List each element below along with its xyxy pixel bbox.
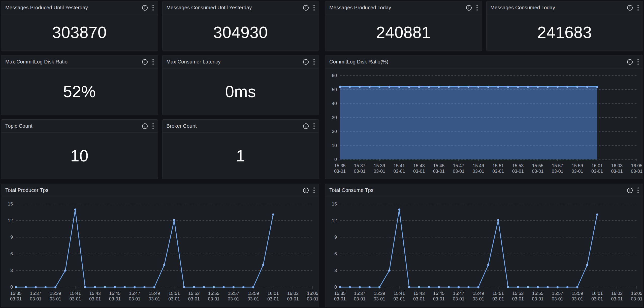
kebab-menu-icon[interactable]: [312, 58, 316, 65]
kebab-menu-icon[interactable]: [636, 187, 640, 194]
panel-title[interactable]: Messages Consumed Until Yesterday: [167, 5, 252, 11]
svg-text:03-01: 03-01: [109, 296, 121, 301]
kebab-menu-icon[interactable]: [312, 187, 316, 194]
panel-title[interactable]: Messages Consumed Today: [491, 5, 555, 11]
panel-header: Total Consume Tps: [325, 184, 643, 197]
info-icon[interactable]: [303, 187, 309, 194]
kebab-menu-icon[interactable]: [312, 4, 316, 11]
panel-max-consumer-latency: Max Consumer Latency 0ms: [162, 55, 319, 115]
panel-title[interactable]: Max CommitLog Disk Ratio: [5, 59, 68, 65]
commitlog-disk-ratio-chart[interactable]: 010203040506015:3503-0115:3703-0115:3903…: [325, 69, 643, 179]
svg-text:15:37: 15:37: [354, 291, 365, 296]
kebab-menu-icon[interactable]: [151, 4, 155, 11]
info-icon[interactable]: [142, 123, 148, 129]
svg-text:15:49: 15:49: [473, 163, 484, 168]
kebab-menu-icon[interactable]: [636, 4, 640, 11]
svg-text:16:03: 16:03: [611, 163, 623, 168]
svg-text:12: 12: [332, 218, 337, 223]
svg-text:03-01: 03-01: [247, 296, 259, 301]
svg-text:9: 9: [10, 235, 13, 240]
panel-total-producer-tps: Total Producer Tps 0369121515:3503-0115:…: [1, 184, 319, 307]
svg-text:03-01: 03-01: [307, 296, 318, 301]
svg-text:15:45: 15:45: [433, 291, 444, 296]
info-icon[interactable]: [627, 5, 633, 11]
panel-topic-count: Topic Count 10: [1, 119, 158, 179]
panel-title[interactable]: Messages Produced Today: [329, 5, 391, 11]
panel-title[interactable]: Total Producer Tps: [5, 187, 48, 193]
svg-text:15:49: 15:49: [149, 291, 160, 296]
panel-commitlog-disk-ratio-chart: CommitLog Disk Ratio(%) 010203040506015:…: [325, 55, 643, 179]
svg-text:16:05: 16:05: [307, 291, 318, 296]
svg-text:03-01: 03-01: [394, 169, 405, 174]
svg-text:60: 60: [332, 73, 337, 78]
panel-title[interactable]: Messages Produced Until Yesterday: [5, 5, 88, 11]
svg-text:03-01: 03-01: [374, 169, 385, 174]
svg-text:15:39: 15:39: [50, 291, 61, 296]
svg-text:15:55: 15:55: [532, 163, 543, 168]
panel-title[interactable]: CommitLog Disk Ratio(%): [329, 59, 389, 65]
svg-text:03-01: 03-01: [413, 169, 425, 174]
svg-text:16:01: 16:01: [591, 163, 603, 168]
info-icon[interactable]: [303, 59, 309, 65]
svg-text:15:43: 15:43: [89, 291, 101, 296]
svg-text:15: 15: [8, 201, 13, 207]
svg-text:15:41: 15:41: [394, 291, 405, 296]
svg-text:15:37: 15:37: [354, 163, 365, 168]
kebab-menu-icon[interactable]: [475, 4, 479, 11]
svg-text:03-01: 03-01: [552, 169, 563, 174]
stat-body: 52%: [1, 69, 158, 115]
panel-title[interactable]: Max Consumer Latency: [167, 59, 221, 65]
panel-messages-produced-until-yesterday: Messages Produced Until Yesterday 303870: [1, 1, 158, 51]
info-icon[interactable]: [627, 187, 633, 194]
info-icon[interactable]: [142, 59, 148, 65]
info-icon[interactable]: [466, 5, 472, 11]
svg-text:16:01: 16:01: [591, 291, 603, 296]
svg-text:03-01: 03-01: [129, 296, 140, 301]
svg-text:03-01: 03-01: [228, 296, 239, 301]
svg-text:15:53: 15:53: [188, 291, 200, 296]
kebab-menu-icon[interactable]: [636, 58, 640, 65]
svg-text:15:35: 15:35: [10, 291, 21, 296]
svg-text:15:53: 15:53: [512, 163, 524, 168]
svg-text:9: 9: [334, 235, 337, 240]
panel-header: Topic Count: [1, 120, 158, 133]
panel-header-icons: [142, 58, 155, 65]
panel-header: Max CommitLog Disk Ratio: [1, 55, 158, 69]
svg-text:03-01: 03-01: [10, 296, 22, 301]
panel-header-icons: [142, 123, 155, 129]
svg-text:15:47: 15:47: [453, 163, 464, 168]
svg-text:15:45: 15:45: [433, 163, 444, 168]
kebab-menu-icon[interactable]: [151, 58, 155, 65]
info-icon[interactable]: [303, 5, 309, 11]
svg-text:15:39: 15:39: [374, 163, 385, 168]
dashboard: Messages Produced Until Yesterday 303870…: [0, 0, 644, 308]
svg-text:03-01: 03-01: [631, 296, 642, 301]
panel-header: Messages Produced Today: [325, 1, 482, 14]
panel-header: Max Consumer Latency: [163, 55, 319, 69]
svg-text:03-01: 03-01: [552, 296, 563, 301]
svg-text:03-01: 03-01: [334, 296, 346, 301]
info-icon[interactable]: [303, 123, 309, 129]
panel-total-consume-tps: Total Consume Tps 0369121515:3503-0115:3…: [325, 184, 643, 307]
panel-header-icons: [303, 123, 316, 129]
svg-text:03-01: 03-01: [30, 296, 42, 301]
svg-text:15:57: 15:57: [552, 291, 563, 296]
panel-title[interactable]: Total Consume Tps: [329, 187, 373, 193]
stat-body: 304930: [163, 14, 319, 51]
svg-text:03-01: 03-01: [591, 169, 603, 174]
svg-text:03-01: 03-01: [611, 296, 623, 301]
panel-header-icons: [627, 187, 640, 194]
info-icon[interactable]: [627, 59, 633, 65]
svg-text:15:43: 15:43: [413, 291, 425, 296]
kebab-menu-icon[interactable]: [151, 123, 155, 129]
panel-title[interactable]: Broker Count: [167, 123, 197, 129]
svg-text:3: 3: [10, 268, 13, 273]
svg-text:15:55: 15:55: [208, 291, 219, 296]
total-consume-tps-chart[interactable]: 0369121515:3503-0115:3703-0115:3903-0115…: [325, 197, 643, 307]
stat-body: 303870: [1, 14, 158, 51]
total-producer-tps-chart[interactable]: 0369121515:3503-0115:3703-0115:3903-0115…: [1, 197, 319, 307]
svg-text:15:53: 15:53: [512, 291, 524, 296]
panel-title[interactable]: Topic Count: [5, 123, 33, 129]
info-icon[interactable]: [142, 5, 148, 11]
kebab-menu-icon[interactable]: [312, 123, 316, 129]
